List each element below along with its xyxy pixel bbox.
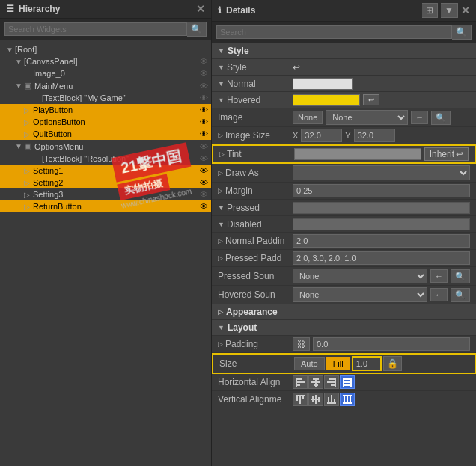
tree-item-setting3[interactable]: ▷ Setting3 👁 [0, 188, 211, 200]
prop-row-halign: Horizontal Align [212, 374, 476, 391]
size-fill-input[interactable] [352, 356, 382, 371]
details-grid-button[interactable]: ⊞ [422, 3, 438, 18]
tree-item-image0[interactable]: Image_0 👁 [0, 67, 211, 79]
tree-item-textblock-mygame[interactable]: [TextBlock] "My Game" 👁 [0, 92, 211, 104]
size-auto-button[interactable]: Auto [294, 357, 325, 370]
details-settings-button[interactable]: ▼ [441, 3, 458, 18]
tree-item-optionsmenu[interactable]: ▼ ▣ OptionsMenu 👁 [0, 140, 211, 153]
tint-inherit-button[interactable]: Inherit ↩ [424, 147, 469, 161]
y-input-imagesize[interactable] [354, 129, 395, 142]
tree-item-textblock-resolution[interactable]: [TextBlock] "Resolution" 👁 [0, 153, 211, 165]
hovered-inherit-button[interactable]: ↩ [363, 94, 379, 105]
tree-item-optionsbutton[interactable]: ▷ OptionsButton 👁 [0, 116, 211, 128]
size-lock-button[interactable]: 🔒 [383, 356, 402, 371]
drawas-dropdown[interactable] [293, 165, 470, 180]
hierarchy-search-input[interactable] [4, 22, 187, 36]
xy-inputs-imagesize: X Y [293, 129, 470, 142]
tree-arrow-setting3: ▷ [24, 191, 33, 199]
eye-icon-quitbutton[interactable]: 👁 [200, 129, 208, 138]
arrow-margin: ▷ [218, 187, 223, 194]
eye-icon-optionsmenu[interactable]: 👁 [200, 142, 208, 151]
valign-top-button[interactable] [293, 393, 308, 406]
hoveredsound-arrow-button[interactable]: ← [430, 288, 448, 301]
details-search-button[interactable]: 🔍 [452, 25, 472, 40]
pressedsound-arrow-button[interactable]: ← [430, 269, 448, 283]
tree-arrow-textblock-mygame [33, 94, 42, 102]
tree-item-playbutton[interactable]: ▷ PlayButton 👁 [0, 104, 211, 116]
image-arrow-button[interactable]: ← [411, 111, 428, 124]
label-tint: Tint [227, 149, 242, 159]
size-fill-button[interactable]: Fill [326, 357, 350, 370]
normal-color-swatch[interactable] [293, 78, 353, 90]
tree-item-returnbutton[interactable]: ▷ ReturnButton 👁 [0, 200, 211, 212]
halign-right-button[interactable] [324, 375, 339, 389]
prop-value-image: None None ← 🔍 [293, 110, 470, 125]
eye-icon-canvaspanel[interactable]: 👁 [200, 57, 208, 66]
details-close-button[interactable]: ✕ [461, 4, 470, 16]
valign-center-button[interactable] [308, 393, 323, 406]
label-normalpadding: Normal Paddin [225, 236, 284, 246]
hoveredsound-dropdown[interactable]: None [293, 287, 427, 302]
margin-input[interactable] [293, 184, 470, 197]
tree-item-quitbutton[interactable]: ▷ QuitButton 👁 [0, 128, 211, 140]
tree-item-root[interactable]: ▼ [Root] [0, 43, 211, 55]
eye-icon-playbutton[interactable]: 👁 [200, 105, 208, 114]
padding-lock-button[interactable]: ⛓ [293, 337, 310, 351]
details-panel: ℹ Details ⊞ ▼ ✕ 🔍 ▼ Style ▼ Style ↩ [212, 0, 476, 466]
section-arrow-layout: ▼ [218, 324, 225, 331]
x-input-imagesize[interactable] [301, 129, 342, 142]
pressedsound-dropdown[interactable]: None [293, 269, 427, 283]
normalpadding-input[interactable] [293, 234, 470, 248]
valign-fill-button[interactable] [340, 393, 355, 406]
prop-row-pressedsound: Pressed Soun None ← 🔍 [212, 267, 476, 286]
hovered-color-swatch[interactable] [293, 94, 360, 106]
eye-icon-setting2[interactable]: 👁 [200, 178, 208, 187]
label-pressedpadd: Pressed Padd [225, 253, 281, 263]
tree-item-setting1[interactable]: ▷ Setting1 👁 [0, 165, 211, 177]
hierarchy-title: Hierarchy [19, 4, 60, 14]
eye-icon-textblock-resolution[interactable]: 👁 [200, 154, 208, 163]
pressedsound-search-button[interactable]: 🔍 [451, 269, 470, 283]
halign-left-button[interactable] [293, 375, 308, 389]
disabled-color-bar[interactable] [293, 218, 470, 230]
prop-value-padding: ⛓ [293, 337, 470, 351]
halign-fill-button[interactable] [340, 375, 355, 389]
padding-input[interactable] [313, 337, 470, 351]
tint-color-swatch[interactable] [294, 148, 421, 160]
tree-arrow-canvaspanel: ▼ [15, 58, 24, 66]
eye-icon-setting3[interactable]: 👁 [200, 190, 208, 199]
eye-icon-textblock-mygame[interactable]: 👁 [200, 93, 208, 102]
style-inner-icon[interactable]: ↩ [293, 62, 300, 73]
label-style-inner: Style [227, 62, 247, 73]
halign-center-button[interactable] [308, 375, 323, 389]
hierarchy-close-button[interactable]: ✕ [196, 3, 205, 15]
details-search-input[interactable] [216, 25, 452, 39]
pressedpadd-input[interactable] [293, 251, 470, 265]
pressed-color-bar[interactable] [293, 202, 470, 214]
section-header-layout[interactable]: ▼ Layout [212, 320, 476, 336]
arrow-pressedpadd: ▷ [218, 254, 223, 262]
label-image: Image [218, 112, 242, 123]
prop-row-size: Size Auto Fill 🔒 [212, 353, 476, 374]
prop-row-margin: ▷ Margin [212, 183, 476, 200]
tree-item-mainmenu[interactable]: ▼ ▣ MainMenu 👁 [0, 79, 211, 92]
eye-icon-setting1[interactable]: 👁 [200, 166, 208, 175]
eye-icon-optionsbutton[interactable]: 👁 [200, 117, 208, 126]
eye-icon-image0[interactable]: 👁 [200, 69, 208, 78]
image-search-button[interactable]: 🔍 [431, 111, 451, 125]
section-header-appearance[interactable]: ▷ Appearance [212, 304, 476, 320]
image-dropdown[interactable]: None [326, 110, 408, 125]
valign-bottom-button[interactable] [324, 393, 339, 406]
hierarchy-search-button[interactable]: 🔍 [187, 22, 207, 37]
prop-label-drawas: ▷ Draw As [218, 168, 293, 178]
hoveredsound-search-button[interactable]: 🔍 [451, 288, 470, 302]
label-hoveredsound: Hovered Soun [218, 289, 275, 300]
eye-icon-returnbutton[interactable]: 👁 [200, 202, 208, 211]
label-halign: Horizontal Align [218, 377, 280, 387]
eye-icon-mainmenu[interactable]: 👁 [200, 82, 208, 91]
section-header-style[interactable]: ▼ Style [212, 43, 476, 59]
prop-label-pressedsound: Pressed Soun [218, 271, 293, 281]
prop-label-disabled: ▼ Disabled [218, 219, 293, 230]
tree-item-setting2[interactable]: ▷ Setting2 👁 [0, 177, 211, 188]
tree-item-canvaspanel[interactable]: ▼ [CanvasPanel] 👁 [0, 55, 211, 67]
